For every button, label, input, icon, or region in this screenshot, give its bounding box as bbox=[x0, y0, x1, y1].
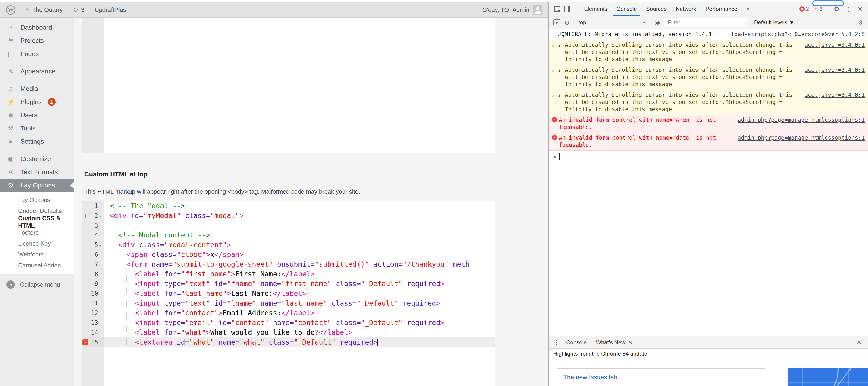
code-text bbox=[104, 220, 495, 230]
message-source-link[interactable]: ace.js?ver=3.4.0:1 bbox=[805, 91, 865, 99]
sidebar-item-lay-options[interactable]: ⚙Lay Options bbox=[0, 179, 74, 192]
close-tab-icon[interactable]: ✕ bbox=[628, 339, 632, 346]
code-line-6[interactable]: 6 <span class="close">x</span> bbox=[83, 250, 495, 260]
code-line-8[interactable]: 8 <label for="first_name">First Name:</l… bbox=[83, 269, 495, 279]
devtools-tab-elements[interactable]: Elements bbox=[580, 2, 612, 16]
code-line-9[interactable]: 9 <input type="text" id="fname" name="fi… bbox=[83, 279, 495, 289]
drawer-kebab-icon[interactable]: ⋮ bbox=[553, 339, 559, 346]
sidebar-item-tools[interactable]: ⚒Tools bbox=[0, 122, 74, 135]
message-source-link[interactable]: admin.php?page=manage-htmlcssoptions:1 bbox=[738, 117, 865, 124]
device-toolbar-icon[interactable] bbox=[565, 6, 570, 12]
pages-icon: ▤ bbox=[6, 50, 15, 58]
console-prompt[interactable]: > bbox=[549, 151, 868, 163]
code-line-2[interactable]: i2▾<div id="myModal" class="modal"> bbox=[83, 211, 495, 220]
expand-arrow-icon[interactable]: ▶ bbox=[559, 91, 565, 100]
console-message-error[interactable]: ✕An invalid form control with name='when… bbox=[549, 115, 868, 133]
code-line-13[interactable]: 13 <input type="email" id="contact" name… bbox=[83, 318, 495, 328]
sidebar-item-media[interactable]: ♫Media bbox=[0, 82, 74, 95]
console-settings-gear-icon[interactable]: ⚙ bbox=[858, 19, 863, 26]
code-line-1[interactable]: 1<!-- The Modal --> bbox=[83, 201, 495, 211]
wp-logo-menu[interactable]: W bbox=[6, 5, 15, 14]
message-source-link[interactable]: ace.js?ver=3.4.0:1 bbox=[805, 41, 865, 49]
expand-arrow-icon[interactable]: ▶ bbox=[559, 41, 565, 50]
message-source-link[interactable]: ace.js?ver=3.4.0:1 bbox=[805, 66, 865, 74]
fold-arrow-icon[interactable]: ▾ bbox=[99, 243, 104, 247]
code-line-10[interactable]: 10 <label for="last_name">Last Name:</la… bbox=[83, 289, 495, 298]
sidebar-item-text-formats[interactable]: AText Formats bbox=[0, 166, 74, 179]
clear-console-icon[interactable]: ⊘ bbox=[564, 19, 569, 26]
devtools-tab-sources[interactable]: Sources bbox=[642, 2, 671, 16]
sidebar-item-plugins[interactable]: ⚡Plugins1 bbox=[0, 95, 74, 109]
code-line-11[interactable]: 11 <input type="text" id="lname" name="l… bbox=[83, 298, 495, 308]
filter-input[interactable] bbox=[664, 18, 747, 27]
sidebar-gap bbox=[0, 78, 74, 82]
sidebar-item-appearance[interactable]: ✎Appearance bbox=[0, 65, 74, 78]
user-greeting[interactable]: G'day, TQ_Admin bbox=[483, 6, 529, 13]
devtools-tab-network[interactable]: Network bbox=[671, 2, 701, 16]
devtools-tab-console[interactable]: Console bbox=[612, 2, 642, 16]
inspect-element-icon[interactable] bbox=[554, 6, 560, 12]
close-drawer-icon[interactable]: ✕ bbox=[857, 339, 863, 346]
warning-badge[interactable]: ⚠ 3 bbox=[813, 6, 823, 12]
updates-link[interactable]: ↻ 3 bbox=[73, 6, 84, 14]
sidebar-item-label: Users bbox=[20, 112, 37, 119]
fold-arrow-icon[interactable]: ▾ bbox=[99, 340, 104, 345]
submenu-item-lay-options[interactable]: Lay Options bbox=[0, 195, 74, 206]
close-devtools-icon[interactable]: ✕ bbox=[857, 5, 863, 13]
line-number: 11 bbox=[89, 300, 99, 307]
drawer-tab-console[interactable]: Console bbox=[562, 336, 591, 349]
log-levels-dropdown[interactable]: Default levels ▼ bbox=[754, 19, 794, 26]
message-source-link[interactable]: load-scripts.php?c=0…erscore&ver=5.4.2:8 bbox=[731, 31, 865, 38]
submenu-item-custom-css-html[interactable]: Custom CSS & HTML bbox=[0, 216, 74, 227]
chevron-down-icon: ▼ bbox=[643, 21, 646, 24]
console-message-warning[interactable]: ⚠▶Automatically scrolling cursor into vi… bbox=[549, 40, 868, 65]
console-message-error[interactable]: ✕An invalid form control with name='date… bbox=[549, 133, 868, 151]
live-expression-eye-icon[interactable]: ◉ bbox=[655, 19, 660, 26]
editor-empty-area[interactable] bbox=[83, 347, 495, 386]
updates-count: 3 bbox=[81, 6, 84, 13]
code-line-4[interactable]: 4 <!-- Modal content --> bbox=[83, 230, 495, 240]
code-line-5[interactable]: 5▾ <div class="modal-content"> bbox=[83, 240, 495, 250]
settings-gear-icon[interactable]: ⚙ bbox=[834, 5, 839, 13]
collapse-menu-button[interactable]: ◀ Collapse menu bbox=[0, 279, 74, 290]
code-line-14[interactable]: 14 <label for="what">What would you like… bbox=[83, 328, 495, 337]
sidebar-item-projects[interactable]: ⚑Projects bbox=[0, 34, 74, 47]
custom-html-head-editor[interactable] bbox=[83, 18, 495, 153]
sidebar-item-pages[interactable]: ▤Pages bbox=[0, 47, 74, 60]
submenu-item-webfonts[interactable]: Webfonts bbox=[0, 249, 74, 260]
context-selector[interactable]: top ▼ bbox=[579, 19, 646, 26]
submenu-item-carousel-addon[interactable]: Carousel Addon bbox=[0, 260, 74, 271]
sidebar-item-settings[interactable]: ≡Settings bbox=[0, 135, 74, 148]
sidebar-item-users[interactable]: ☻Users bbox=[0, 109, 74, 122]
expand-arrow-icon[interactable]: ▶ bbox=[559, 66, 565, 75]
avatar[interactable] bbox=[533, 5, 542, 14]
updraftplus-menu[interactable]: UpdraftPlus bbox=[94, 6, 126, 13]
message-source-link[interactable]: admin.php?page=manage-htmlcssoptions:1 bbox=[738, 135, 865, 142]
fold-arrow-icon[interactable]: ▾ bbox=[99, 262, 104, 267]
console-message-warning[interactable]: ⚠▶Automatically scrolling cursor into vi… bbox=[549, 90, 868, 115]
warning-triangle-icon: ⚠ bbox=[552, 91, 559, 99]
site-name-link[interactable]: ⌂ The Quarry bbox=[26, 6, 63, 14]
fold-arrow-icon[interactable]: ▾ bbox=[99, 213, 104, 218]
kebab-menu-icon[interactable]: ⋮ bbox=[845, 5, 851, 13]
console-message-warning[interactable]: ⚠▶Automatically scrolling cursor into vi… bbox=[549, 65, 868, 90]
error-badge[interactable]: ✕ 2 bbox=[800, 6, 809, 12]
code-line-7[interactable]: 7▾ <form name="submit-to-google-sheet" o… bbox=[83, 260, 495, 269]
code-text: <form name="submit-to-google-sheet" onsu… bbox=[104, 260, 495, 269]
browser-edge-strip bbox=[0, 0, 868, 2]
sidebar-item-customize[interactable]: ◉Customize bbox=[0, 152, 74, 166]
news-card-title-link[interactable]: The new Issues tab bbox=[563, 374, 758, 381]
console-sidebar-icon[interactable]: ▶ bbox=[553, 20, 560, 26]
sidebar-item-dashboard[interactable]: ◔Dashboard bbox=[0, 21, 74, 34]
code-line-15[interactable]: ✕15▾ <textarea id="what" name="what" cla… bbox=[83, 337, 495, 347]
code-line-12[interactable]: 12 <label for="contact">Email Address:</… bbox=[83, 308, 495, 318]
code-line-3[interactable]: 3 bbox=[83, 220, 495, 230]
line-number: 1 bbox=[89, 203, 99, 209]
console-message-info[interactable]: JQMIGRATE: Migrate is installed, version… bbox=[549, 29, 868, 40]
devtools-tab-performance[interactable]: Performance bbox=[701, 2, 742, 16]
browser-focus-pill bbox=[812, 0, 844, 6]
submenu-item-license-key[interactable]: License Key bbox=[0, 238, 74, 249]
devtools-tab--[interactable]: » bbox=[742, 2, 754, 16]
drawer-tab-what-s-new[interactable]: What's New✕ bbox=[591, 336, 637, 349]
custom-html-top-editor[interactable]: 1<!-- The Modal -->i2▾<div id="myModal" … bbox=[83, 201, 495, 386]
